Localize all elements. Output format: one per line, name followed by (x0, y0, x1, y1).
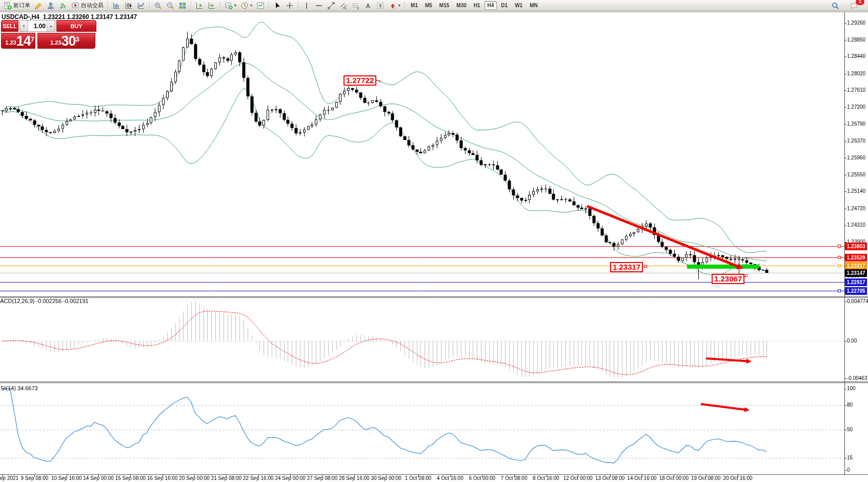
zoom-in-button[interactable] (152, 1, 164, 10)
signals-button[interactable] (57, 1, 69, 10)
buy-price-display[interactable]: 1.23 30 3 (37, 33, 95, 49)
main-toolbar: 新订单自动交易▾▾EFAT▾M1M5M15M30H1H4D1W1MN 1 (0, 0, 868, 11)
chart-shift-button[interactable] (193, 1, 206, 10)
price-annotation-box[interactable]: 1.23317 (610, 262, 643, 272)
vertical-line-button[interactable] (300, 1, 313, 10)
trendline-button[interactable] (325, 1, 337, 10)
auto-scroll-button[interactable] (206, 1, 218, 10)
buy-price-pip: 3 (75, 36, 79, 43)
chart-title: USDCAD-,H4 1.23221 1.23260 1.23147 1.231… (2, 13, 137, 21)
volume-decrease-button[interactable]: ▼ (20, 21, 28, 31)
crosshair-button[interactable] (284, 1, 296, 10)
zoom-out-button[interactable] (164, 1, 176, 10)
text-label-icon: T (376, 2, 385, 10)
horizontal-line-button[interactable] (313, 1, 325, 10)
timeframe-button-m1[interactable]: M1 (408, 1, 421, 10)
cursor-button[interactable] (271, 1, 284, 10)
signals-icon (59, 2, 67, 10)
dropdown-caret-icon: ▾ (250, 4, 252, 8)
new-order-label: 新订单 (13, 2, 30, 9)
equidistant-channel-button[interactable]: E (337, 1, 350, 10)
candlestick-chart-button[interactable] (123, 1, 135, 10)
sell-button[interactable]: SELL (1, 20, 18, 32)
chart-shift-icon (195, 2, 204, 10)
svg-text:E: E (345, 7, 347, 10)
community-button[interactable] (45, 1, 57, 10)
price-annotation-box[interactable]: 1.27722 (344, 75, 376, 86)
new-order-button[interactable]: 新订单 (2, 1, 32, 10)
timeframe-button-mn[interactable]: MN (527, 1, 541, 10)
timeframe-button-h4[interactable]: H4 (485, 1, 497, 10)
notification-badge: 1 (856, 0, 864, 5)
toolbar-separator (108, 2, 108, 9)
new-chart-icon (225, 2, 233, 10)
bar-chart-icon (112, 2, 120, 10)
zoom-out-icon (166, 2, 174, 10)
autotrading-icon (71, 2, 79, 10)
toolbar-separator (405, 2, 405, 9)
tile-windows-icon (178, 2, 187, 10)
text-label-button[interactable]: T (374, 1, 387, 10)
metaeditor-icon (34, 2, 43, 10)
svg-text:T: T (379, 3, 382, 8)
notifications-button[interactable]: 1 (846, 0, 861, 11)
new-order-icon (4, 2, 12, 10)
toolbar-separator (220, 2, 220, 9)
arrows-icon (389, 2, 397, 10)
sell-price-pip: 7 (31, 36, 34, 43)
buy-price-big: 30 (61, 35, 75, 47)
new-chart-button[interactable]: ▾ (223, 1, 238, 10)
line-chart-button[interactable] (135, 1, 147, 10)
trendline-icon (327, 2, 335, 10)
svg-text:F: F (357, 6, 359, 10)
volume-increase-button[interactable]: ▲ (47, 21, 55, 31)
metaeditor-button[interactable] (32, 1, 45, 10)
equidistant-channel-icon: E (339, 2, 348, 10)
timeframe-button-h1[interactable]: H1 (471, 1, 483, 10)
cursor-icon (273, 2, 281, 10)
toolbar-separator (298, 2, 298, 9)
text-button[interactable]: A (362, 1, 374, 10)
text-icon: A (364, 2, 372, 10)
timeframe-button-d1[interactable]: D1 (498, 1, 511, 10)
crosshair-icon (286, 2, 294, 10)
fibonacci-icon: F (352, 2, 360, 10)
search-button[interactable] (827, 0, 842, 11)
indicator-template-button[interactable] (254, 1, 267, 10)
price-annotation-box[interactable]: 1.23067 (712, 274, 744, 284)
buy-price-prefix: 1.23 (50, 38, 61, 47)
sell-price-display[interactable]: 1.23 14 7 (1, 33, 35, 49)
toolbar-separator (191, 2, 191, 9)
volume-input[interactable] (28, 21, 47, 31)
dropdown-caret-icon: ▾ (398, 4, 400, 8)
timeframe-button-m15[interactable]: M15 (436, 1, 452, 10)
timeframe-button-m5[interactable]: M5 (422, 1, 435, 10)
one-click-trading-widget: SELL ▼ ▲ BUY 1.23 14 7 1.23 30 3 (1, 20, 96, 49)
bar-chart-button[interactable] (110, 1, 123, 10)
period-clock-button[interactable]: ▾ (238, 1, 254, 10)
period-clock-icon (240, 2, 249, 10)
community-icon (47, 2, 55, 10)
toolbar-separator (269, 2, 269, 9)
indicator-template-icon (256, 2, 265, 10)
sell-price-big: 14 (16, 35, 31, 47)
buy-button[interactable]: BUY (56, 20, 96, 32)
zoom-in-icon (154, 2, 162, 10)
svg-text:A: A (366, 2, 371, 9)
line-chart-icon (137, 2, 145, 10)
autotrading-label: 自动交易 (81, 2, 104, 9)
sell-price-prefix: 1.23 (5, 38, 16, 47)
timeframe-group: M1M5M15M30H1H4D1W1MN (407, 1, 541, 10)
timeframe-button-w1[interactable]: W1 (512, 1, 526, 10)
timeframe-button-m30[interactable]: M30 (453, 1, 469, 10)
vertical-line-icon (302, 2, 311, 10)
horizontal-line-icon (315, 2, 323, 10)
tile-windows-button[interactable] (176, 1, 189, 10)
arrows-button[interactable]: ▾ (387, 1, 402, 10)
toolbar-right-group: 1 (827, 0, 866, 11)
autotrading-button[interactable]: 自动交易 (69, 1, 106, 10)
auto-scroll-icon (208, 2, 216, 10)
chart-canvas[interactable] (0, 0, 868, 482)
fibonacci-button[interactable]: F (350, 1, 362, 10)
toolbar-separator (149, 2, 150, 9)
